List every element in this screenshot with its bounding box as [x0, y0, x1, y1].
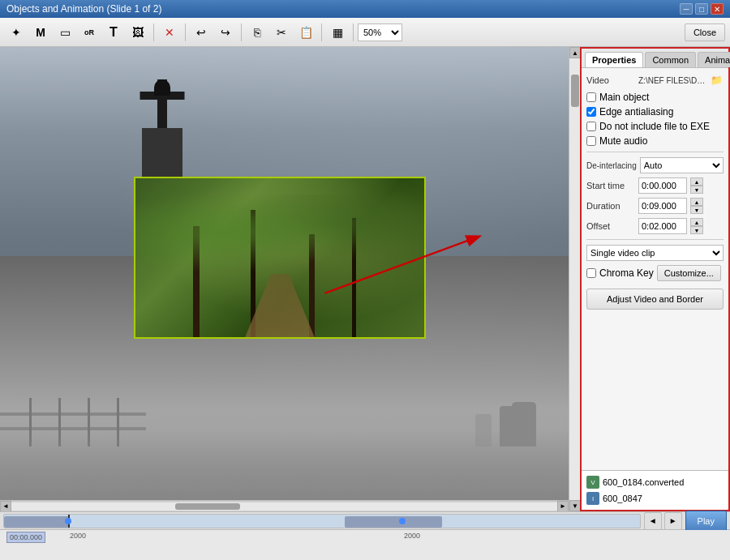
scroll-thumb-v[interactable] — [571, 75, 579, 107]
image-tool-button[interactable]: 🖼 — [127, 22, 149, 43]
maximize-button[interactable]: □ — [695, 3, 708, 15]
file-item-1[interactable]: V 600_0184.converted — [585, 474, 725, 490]
title-text: Objects and Animation (Slide 1 of 2) — [6, 3, 161, 15]
scroll-left-button[interactable]: ◄ — [0, 501, 11, 512]
play-button[interactable]: Play — [685, 511, 727, 532]
timeline-bar-right[interactable] — [345, 516, 442, 528]
main-toolbar: ✦ M ▭ oR T 🖼 ✕ ↩ ↪ ⎘ ✂ 📋 ▦ 50% 25% 75% 1… — [0, 18, 730, 47]
mute-audio-checkbox[interactable] — [586, 136, 596, 146]
close-button[interactable]: Close — [685, 24, 725, 41]
divider-2 — [586, 239, 724, 240]
edge-antialias-label: Edge antialiasing — [599, 106, 673, 118]
offset-up[interactable]: ▲ — [690, 218, 703, 226]
duration-up[interactable]: ▲ — [690, 198, 703, 206]
mute-audio-row: Mute audio — [586, 135, 724, 147]
minimize-button[interactable]: ─ — [680, 3, 693, 15]
start-time-input[interactable] — [638, 177, 687, 194]
scroll-thumb-h[interactable] — [175, 503, 240, 510]
timeline-bar-left[interactable] — [4, 516, 69, 528]
cut-button[interactable]: ✂ — [270, 22, 293, 43]
undo-button[interactable]: ↩ — [190, 22, 213, 43]
window-controls: ─ □ ✕ — [680, 3, 724, 15]
rectangle-tool-button[interactable]: ▭ — [54, 22, 76, 43]
duration-spinners: ▲ ▼ — [690, 198, 703, 214]
no-exe-label: Do not include file to EXE — [599, 121, 710, 132]
copy-button[interactable]: ⎘ — [246, 22, 268, 43]
toolbar-sep-2 — [185, 24, 186, 41]
text-tool-button[interactable]: T — [102, 22, 125, 43]
tab-common[interactable]: Common — [645, 52, 696, 67]
divider-1 — [586, 152, 724, 152]
toolbar-sep-3 — [241, 24, 242, 41]
grid-button[interactable]: ▦ — [326, 22, 349, 43]
video-path: Z:\NEF FILES\D600\v — [638, 76, 706, 85]
deinterlace-select[interactable]: Auto None Top field first Bottom field f… — [640, 157, 724, 173]
move-tool-button[interactable]: M — [29, 22, 52, 43]
file-icon-2: I — [586, 492, 599, 505]
file-name-2: 600_0847 — [603, 494, 642, 503]
edge-antialias-row: Edge antialiasing — [586, 106, 724, 118]
offset-row: Offset ▲ ▼ — [586, 218, 724, 234]
duration-down[interactable]: ▼ — [690, 206, 703, 214]
no-exe-row: Do not include file to EXE — [586, 121, 724, 132]
duration-input[interactable] — [638, 198, 687, 214]
properties-panel: Properties Common Animation Video Z:\NEF… — [580, 47, 730, 511]
timeline-labels-row: 00:00.000 2000 2000 — [0, 530, 730, 545]
clip-mode-select[interactable]: Single video clip Loop Bounce — [586, 245, 724, 261]
file-name-1: 600_0184.converted — [603, 477, 684, 487]
delete-tool-button[interactable]: ✕ — [158, 22, 181, 43]
start-time-spinners: ▲ ▼ — [690, 177, 703, 194]
mute-audio-label: Mute audio — [599, 135, 647, 147]
adjust-video-border-button[interactable]: Adjust Video and Border — [586, 289, 724, 310]
slide-preview — [0, 47, 569, 511]
timeline-position-marker[interactable] — [65, 518, 71, 524]
zoom-select[interactable]: 50% 25% 75% 100% — [358, 24, 402, 41]
panel-content: Video Z:\NEF FILES\D600\v 📁 Main object … — [582, 68, 728, 470]
start-time-up[interactable]: ▲ — [690, 177, 703, 186]
file-item-2[interactable]: I 600_0847 — [585, 490, 725, 507]
redo-button[interactable]: ↪ — [214, 22, 237, 43]
tab-properties[interactable]: Properties — [585, 52, 643, 67]
timeline-nav-buttons: ◄ ► — [644, 512, 682, 530]
scroll-right-button[interactable]: ► — [557, 501, 569, 512]
main-object-checkbox[interactable] — [586, 92, 596, 102]
edge-antialias-checkbox[interactable] — [586, 107, 596, 117]
canvas-area[interactable]: ◄ ► — [0, 47, 569, 511]
start-time-row: Start time ▲ ▼ — [586, 177, 724, 194]
timeline-right-button[interactable]: ► — [664, 512, 682, 530]
road — [0, 430, 569, 511]
scroll-down-button[interactable]: ▼ — [569, 500, 581, 511]
customize-button[interactable]: Customize... — [657, 265, 721, 281]
no-exe-checkbox[interactable] — [586, 122, 596, 131]
video-browse-button[interactable]: 📁 — [709, 73, 724, 88]
main-object-label: Main object — [599, 92, 649, 103]
panel-tabs: Properties Common Animation — [582, 49, 728, 68]
toolbar-sep-1 — [153, 24, 154, 41]
offset-input[interactable] — [638, 218, 687, 234]
tab-animation[interactable]: Animation — [698, 52, 730, 67]
chroma-key-row: Chroma Key Customize... — [586, 265, 724, 281]
select-tool-button[interactable]: ✦ — [5, 22, 28, 43]
timeline-labels: 00:00.000 2000 2000 — [6, 532, 724, 543]
offset-label: Offset — [586, 221, 635, 231]
horizontal-scrollbar[interactable]: ◄ ► — [0, 500, 569, 511]
start-time-down[interactable]: ▼ — [690, 186, 703, 194]
window-close-button[interactable]: ✕ — [711, 3, 724, 15]
scroll-track-v[interactable] — [569, 58, 580, 500]
offset-spinners: ▲ ▼ — [690, 218, 703, 234]
object-tool-button[interactable]: oR — [78, 22, 101, 43]
timeline-area: ◄ ► Play 00:00.000 2000 2000 — [0, 511, 730, 560]
chroma-key-label: Chroma Key — [599, 267, 654, 279]
scroll-up-button[interactable]: ▲ — [569, 47, 581, 58]
video-inset[interactable] — [134, 177, 426, 339]
timeline-position-marker-2[interactable] — [399, 518, 406, 524]
file-list: V 600_0184.converted I 600_0847 — [582, 470, 728, 510]
timeline-left-button[interactable]: ◄ — [644, 512, 662, 530]
start-time-label: Start time — [586, 181, 635, 190]
paste-button[interactable]: 📋 — [294, 22, 317, 43]
offset-down[interactable]: ▼ — [690, 226, 703, 234]
chroma-key-checkbox[interactable] — [586, 268, 596, 278]
duration-label: Duration — [586, 201, 635, 211]
vertical-scrollbar[interactable]: ▲ ▼ — [569, 47, 580, 511]
scroll-track-h[interactable] — [11, 502, 557, 511]
